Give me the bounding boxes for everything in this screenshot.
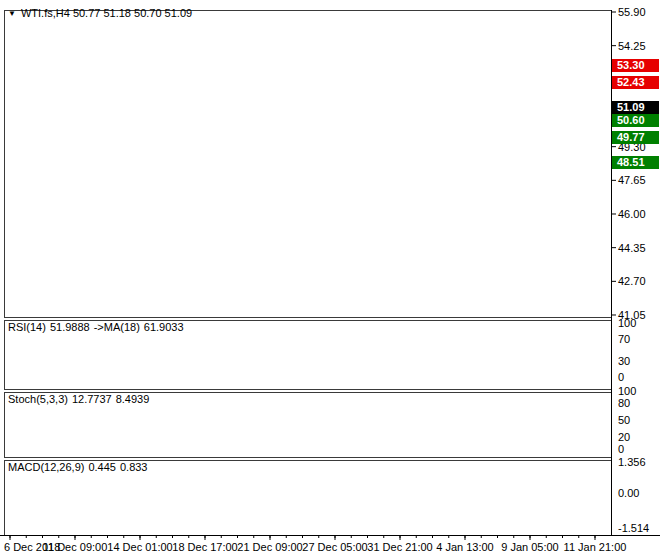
symbol-dropdown-icon[interactable]: ▼ — [8, 9, 16, 18]
chart-window: ▼WTI.fs,H4 50.77 51.18 50.70 51.09 RSI(1… — [0, 0, 660, 560]
chart-canvas[interactable] — [0, 0, 660, 560]
time-axis[interactable] — [0, 536, 660, 560]
price-axis[interactable] — [612, 0, 660, 535]
